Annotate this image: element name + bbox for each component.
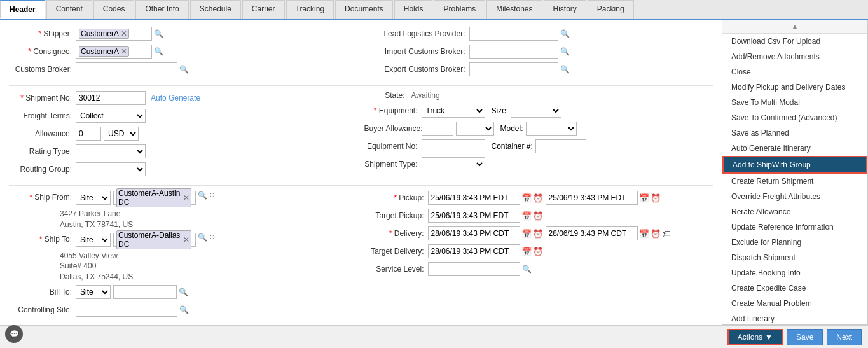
tab-codes[interactable]: Codes [93,0,135,19]
dropdown-item-add-itinerary[interactable]: Add Itinerary [722,311,867,325]
controlling-site-input[interactable] [76,303,177,317]
tab-header[interactable]: Header [0,0,45,19]
rating-type-select[interactable] [76,144,146,158]
lead-logistics-search-icon[interactable]: 🔍 [560,29,570,38]
delivery-input2[interactable] [546,226,638,240]
ship-to-location-input[interactable]: CustomerA-Dallas DC ✕ [113,233,196,247]
next-button[interactable]: Next [827,329,862,345]
ship-to-type-select[interactable]: Site [76,233,111,247]
dropdown-item-addremove-attachments[interactable]: Add/Remove Attachments [722,49,867,64]
model-select[interactable] [526,122,577,136]
delivery-time-icon1[interactable]: ⏰ [533,229,543,239]
pickup-calendar-icon2[interactable]: 📅 [639,193,649,203]
tab-content[interactable]: Content [46,0,92,19]
equipment-no-input[interactable] [422,139,485,153]
ship-from-nav-icon[interactable]: ⊕ [209,191,215,199]
tab-milestones[interactable]: Milestones [486,0,542,19]
lead-logistics-input[interactable] [469,27,558,41]
dropdown-item-download-csv-for-upload[interactable]: Download Csv For Upload [722,34,867,49]
allowance-currency-select[interactable]: USD [104,127,139,141]
tab-history[interactable]: History [544,0,586,19]
target-pickup-calendar-icon[interactable]: 📅 [521,211,532,221]
bill-to-type-select[interactable]: Site [76,285,111,299]
dropdown-item-save-as-planned[interactable]: Save as Planned [722,125,867,141]
tab-other-info[interactable]: Other Info [135,0,188,19]
size-select[interactable] [511,104,561,118]
tab-problems[interactable]: Problems [434,0,485,19]
shipment-no-input[interactable] [76,91,146,105]
dropdown-item-dispatch-shipment[interactable]: Dispatch Shipment [722,250,867,265]
controlling-site-search-icon[interactable]: 🔍 [179,305,189,314]
tab-documents[interactable]: Documents [335,0,393,19]
export-customs-search-icon[interactable]: 🔍 [560,65,570,74]
chat-icon[interactable]: 💬 [5,325,23,343]
dropdown-item-update-booking-info[interactable]: Update Booking Info [722,265,867,281]
target-pickup-time-icon[interactable]: ⏰ [533,211,543,221]
tab-tracking[interactable]: Tracking [286,0,334,19]
container-input[interactable] [535,139,586,153]
dropdown-item-update-reference-information[interactable]: Update Reference Information [722,219,867,235]
import-customs-input[interactable] [469,45,558,59]
delivery-input1[interactable] [428,226,520,240]
ship-from-type-select[interactable]: Site [76,191,111,205]
delivery-time-icon2[interactable]: ⏰ [651,229,661,239]
tab-carrier[interactable]: Carrier [242,0,285,19]
bill-to-search-icon[interactable]: 🔍 [179,288,188,296]
dropdown-item-create-expedite-case[interactable]: Create Expedite Case [722,281,867,296]
shipper-tag-remove[interactable]: ✕ [121,29,127,38]
target-delivery-time-icon[interactable]: ⏰ [533,247,543,256]
dropdown-item-save-to-multi-modal[interactable]: Save To Multi Modal [722,95,867,110]
delivery-extra-icon[interactable]: 🏷 [662,228,671,239]
consignee-search-icon[interactable]: 🔍 [154,47,163,56]
dropdown-item-create-return-shipment[interactable]: Create Return Shipment [722,174,867,189]
ship-from-search-icon[interactable]: 🔍 [198,191,207,200]
pickup-time-icon1[interactable]: ⏰ [533,193,543,203]
export-customs-input[interactable] [469,62,558,76]
freight-terms-select[interactable]: Collect [76,109,146,123]
dropdown-item-add-to-shipwith-group[interactable]: Add to ShipWith Group [722,156,867,174]
dropdown-item-save-to-confirmed-advanced[interactable]: Save To Confirmed (Advanced) [722,110,867,125]
consignee-input[interactable]: CustomerA ✕ [76,45,152,59]
actions-button[interactable]: Actions ▼ [727,329,783,345]
delivery-calendar-icon2[interactable]: 📅 [639,229,649,239]
dropdown-item-override-freight-attributes[interactable]: Override Freight Attributes [722,189,867,204]
service-level-input[interactable] [428,262,520,276]
auto-generate-link[interactable]: Auto Generate [151,94,200,102]
pickup-time-icon2[interactable]: ⏰ [651,193,661,203]
ship-from-location-input[interactable]: CustomerA-Austin DC ✕ [113,191,196,205]
shipper-input[interactable]: CustomerA ✕ [76,27,152,41]
buyer-allowance-input1[interactable] [422,122,453,136]
routing-group-select[interactable] [76,162,146,176]
save-button[interactable]: Save [787,329,823,345]
shipment-type-select[interactable] [422,157,485,171]
ship-to-nav-icon[interactable]: ⊕ [209,233,215,241]
tab-schedule[interactable]: Schedule [190,0,241,19]
delivery-calendar-icon1[interactable]: 📅 [521,229,532,239]
target-delivery-input[interactable] [428,244,520,258]
pickup-input2[interactable] [546,191,638,205]
consignee-tag-remove[interactable]: ✕ [121,47,127,56]
allowance-input[interactable] [76,127,101,141]
pickup-calendar-icon1[interactable]: 📅 [521,193,532,203]
dropdown-item-auto-generate-itinerary[interactable]: Auto Generate Itinerary [722,141,867,156]
equipment-select[interactable]: Truck [422,104,485,118]
ship-from-tag-remove[interactable]: ✕ [183,193,189,202]
target-pickup-input[interactable] [428,209,520,223]
dropdown-item-create-manual-problem[interactable]: Create Manual Problem [722,296,867,311]
customs-broker-input[interactable] [76,62,177,76]
pickup-input1[interactable] [428,191,520,205]
dropdown-item-modify-pickup-and-delivery-dates[interactable]: Modify Pickup and Delivery Dates [722,80,867,95]
service-level-search-icon[interactable]: 🔍 [522,265,532,274]
tab-holds[interactable]: Holds [394,0,433,19]
target-delivery-calendar-icon[interactable]: 📅 [521,247,532,256]
ship-to-tag-remove[interactable]: ✕ [183,235,189,244]
dropdown-item-exclude-for-planning[interactable]: Exclude for Planning [722,235,867,250]
buyer-allowance-select[interactable] [456,122,494,136]
bill-to-input[interactable] [113,285,177,299]
dropdown-item-close[interactable]: Close [722,64,867,80]
shipper-search-icon[interactable]: 🔍 [154,29,163,38]
dropdown-item-rerate-allowance[interactable]: Rerate Allowance [722,204,867,219]
tab-packing[interactable]: Packing [588,0,634,19]
customs-broker-search-icon[interactable]: 🔍 [179,65,189,74]
import-customs-search-icon[interactable]: 🔍 [560,47,570,56]
